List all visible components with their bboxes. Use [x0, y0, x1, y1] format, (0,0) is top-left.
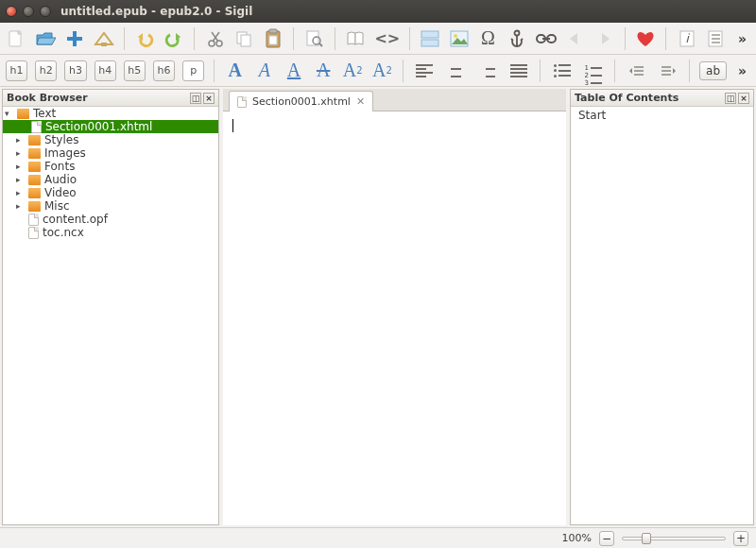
- superscript-button[interactable]: A2: [371, 59, 393, 83]
- new-file-button[interactable]: [6, 26, 27, 51]
- insert-image-button[interactable]: [448, 26, 470, 51]
- align-justify-button[interactable]: [507, 59, 530, 83]
- editor-content[interactable]: [223, 111, 566, 525]
- svg-rect-13: [421, 31, 438, 38]
- increase-indent-button[interactable]: [656, 59, 679, 83]
- code-view-button[interactable]: <>: [375, 26, 400, 51]
- editor-tab[interactable]: Section0001.xhtml ✕: [229, 91, 373, 111]
- toolbar-overflow-button[interactable]: »: [734, 63, 750, 78]
- align-right-button[interactable]: [475, 59, 499, 83]
- tree-folder-styles[interactable]: ▸Styles: [3, 133, 218, 146]
- paste-button[interactable]: [263, 26, 284, 51]
- heading-h6-button[interactable]: h6: [153, 60, 175, 81]
- heading-p-button[interactable]: p: [182, 60, 204, 81]
- decrease-indent-button[interactable]: [625, 59, 648, 83]
- heading-h5-button[interactable]: h5: [124, 60, 146, 81]
- save-button[interactable]: [93, 26, 114, 51]
- tab-label: Section0001.xhtml: [252, 95, 351, 108]
- add-button[interactable]: [63, 26, 85, 51]
- case-button[interactable]: ab: [699, 61, 727, 80]
- svg-point-16: [454, 34, 457, 38]
- zoom-slider-thumb[interactable]: [642, 533, 651, 544]
- tree-label: Styles: [44, 133, 78, 146]
- folder-icon: [28, 188, 41, 198]
- find-button[interactable]: [303, 26, 325, 51]
- folder-icon: [28, 135, 41, 146]
- align-center-button[interactable]: [444, 59, 468, 83]
- redo-button[interactable]: [163, 26, 185, 51]
- svg-point-17: [515, 30, 520, 35]
- cut-button[interactable]: [204, 26, 226, 51]
- editor-tabstrip: Section0001.xhtml ✕: [223, 89, 566, 111]
- folder-icon: [17, 109, 29, 119]
- italic-button[interactable]: A: [253, 59, 275, 83]
- tree-file-toc-ncx[interactable]: toc.ncx: [3, 226, 218, 239]
- link-button[interactable]: [536, 26, 558, 51]
- zoom-in-button[interactable]: +: [733, 531, 748, 546]
- special-char-button[interactable]: Ω: [477, 26, 499, 51]
- main-area: Book Browser ◫ × ▾Text Section0001.xhtml…: [0, 87, 756, 527]
- toc-title: Table Of Contents ◫ ×: [571, 90, 753, 107]
- heading-h1-button[interactable]: h1: [6, 60, 27, 81]
- open-file-button[interactable]: [35, 26, 57, 51]
- book-browser-tree[interactable]: ▾Text Section0001.xhtml ▸Styles ▸Images …: [3, 107, 218, 239]
- book-browser-panel: Book Browser ◫ × ▾Text Section0001.xhtml…: [2, 89, 219, 525]
- bullet-list-button[interactable]: [550, 59, 574, 83]
- undo-button[interactable]: [134, 26, 156, 51]
- book-browser-title: Book Browser ◫ ×: [3, 90, 218, 107]
- subscript-button[interactable]: A2: [342, 59, 364, 83]
- panel-undock-button[interactable]: ◫: [190, 93, 201, 104]
- toc-panel: Table Of Contents ◫ × Start: [570, 89, 754, 525]
- panel-undock-button[interactable]: ◫: [725, 93, 736, 104]
- donate-button[interactable]: [635, 26, 657, 51]
- number-list-button[interactable]: 123: [581, 59, 605, 83]
- heading-h2-button[interactable]: h2: [35, 60, 57, 81]
- window-minimize-button[interactable]: [23, 6, 34, 17]
- forward-button[interactable]: [593, 26, 615, 51]
- panel-close-button[interactable]: ×: [738, 93, 749, 104]
- book-browser-title-text: Book Browser: [7, 92, 88, 104]
- tree-label: content.opf: [43, 213, 108, 226]
- back-button[interactable]: [564, 26, 586, 51]
- tree-folder-misc[interactable]: ▸Misc: [3, 199, 218, 213]
- tab-close-icon[interactable]: ✕: [356, 95, 365, 108]
- svg-rect-3: [101, 43, 107, 46]
- book-view-button[interactable]: [345, 26, 368, 51]
- separator: [614, 60, 615, 82]
- zoom-label: 100%: [562, 532, 592, 544]
- tree-folder-video[interactable]: ▸Video: [3, 186, 218, 199]
- toc-item[interactable]: Start: [576, 109, 747, 122]
- toc-tree[interactable]: Start: [571, 107, 753, 124]
- folder-icon: [28, 162, 41, 172]
- svg-rect-20: [542, 38, 550, 40]
- tree-file-section0001[interactable]: Section0001.xhtml: [3, 120, 218, 133]
- zoom-out-button[interactable]: −: [599, 531, 614, 546]
- window-maximize-button[interactable]: [40, 6, 51, 17]
- generate-toc-button[interactable]: [705, 26, 727, 51]
- metadata-button[interactable]: i: [676, 26, 697, 51]
- window-close-button[interactable]: [6, 6, 17, 17]
- panel-close-button[interactable]: ×: [203, 93, 215, 104]
- tree-folder-text[interactable]: ▾Text: [3, 107, 218, 120]
- toolbar-overflow-button[interactable]: »: [734, 31, 750, 46]
- svg-rect-7: [241, 35, 250, 46]
- file-icon: [31, 121, 42, 133]
- separator: [214, 60, 215, 82]
- tree-label: toc.ncx: [43, 226, 84, 239]
- tree-folder-audio[interactable]: ▸Audio: [3, 173, 218, 186]
- tree-file-content-opf[interactable]: content.opf: [3, 213, 218, 226]
- strike-button[interactable]: A: [313, 59, 335, 83]
- bold-button[interactable]: A: [224, 59, 246, 83]
- separator: [335, 27, 335, 50]
- tree-folder-images[interactable]: ▸Images: [3, 146, 218, 160]
- anchor-button[interactable]: [507, 26, 528, 51]
- heading-h3-button[interactable]: h3: [64, 60, 86, 81]
- tree-folder-fonts[interactable]: ▸Fonts: [3, 160, 218, 173]
- copy-button[interactable]: [233, 26, 255, 51]
- heading-h4-button[interactable]: h4: [94, 60, 116, 81]
- underline-button[interactable]: A: [284, 59, 305, 83]
- titlebar: untitled.epub - epub2.0 - Sigil: [0, 0, 756, 23]
- align-left-button[interactable]: [413, 59, 437, 83]
- zoom-slider[interactable]: [622, 537, 726, 540]
- split-button[interactable]: [420, 26, 441, 51]
